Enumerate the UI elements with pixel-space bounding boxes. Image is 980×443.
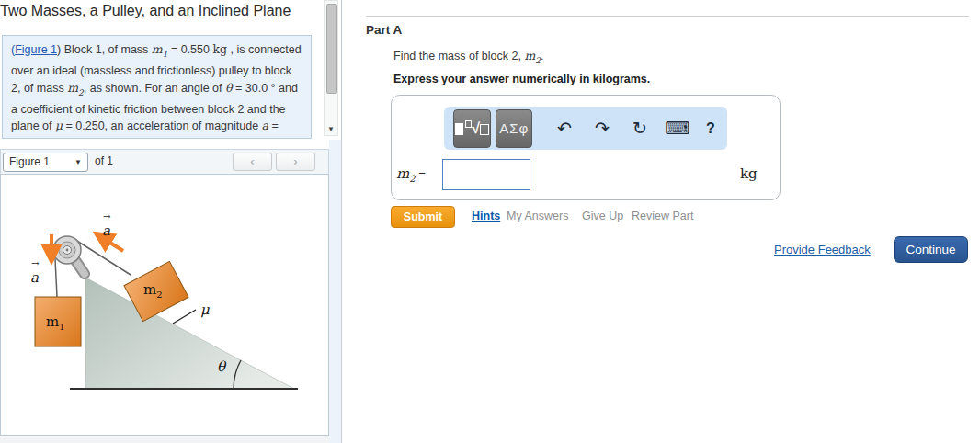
part-a-header: Part A <box>366 23 402 37</box>
math-templates-button[interactable]: √ <box>453 109 491 148</box>
pulley-icon <box>53 236 81 264</box>
part-a-instruction: Express your answer numerically in kilog… <box>393 73 650 85</box>
panel-gap <box>329 140 342 443</box>
submit-button[interactable]: Submit <box>391 206 455 228</box>
give-up-link[interactable]: Give Up <box>582 210 623 222</box>
figure-select[interactable]: Figure 1 ▼ <box>3 153 88 172</box>
label-m1: m1 <box>46 313 65 332</box>
incline-shape <box>85 278 294 389</box>
figure-count-label: of 1 <box>95 154 113 167</box>
continue-button[interactable]: Continue <box>894 236 968 263</box>
chevron-down-icon: ▼ <box>74 153 82 171</box>
page-title: Two Masses, a Pulley, and an Inclined Pl… <box>0 3 291 19</box>
part-a-top-rule <box>366 16 969 17</box>
hints-link[interactable]: Hints <box>472 210 500 222</box>
figure-1-link[interactable]: Figure 1 <box>15 43 57 56</box>
mu-pointer-line <box>173 310 196 324</box>
answer-variable-label: m2 = <box>396 165 426 184</box>
my-answers-link[interactable]: My Answers <box>507 210 568 222</box>
label-accel-top: → a <box>102 222 110 239</box>
label-accel-left: → a <box>30 269 39 286</box>
scrollbar-thumb[interactable] <box>326 4 337 94</box>
keyboard-icon[interactable]: ⌨ <box>664 110 691 147</box>
equation-toolbar: √ ΑΣφ ↶ ↷ ↻ ⌨ ? <box>444 107 727 150</box>
figure-prev-button[interactable]: ‹ <box>233 153 272 171</box>
label-m2: m2 <box>143 281 163 300</box>
undo-icon[interactable]: ↶ <box>553 110 576 147</box>
figure-next-button[interactable]: › <box>276 153 315 171</box>
answer-unit-label: kg <box>740 165 758 182</box>
greek-symbols-button[interactable]: ΑΣφ <box>496 109 532 148</box>
reset-icon[interactable]: ↻ <box>628 110 652 147</box>
redo-icon[interactable]: ↷ <box>590 110 614 147</box>
vector-arrow-icon: → <box>103 211 110 222</box>
answer-input[interactable] <box>442 159 530 190</box>
figure-diagram <box>0 179 317 436</box>
help-icon[interactable]: ? <box>703 110 718 147</box>
vector-arrow-icon: → <box>31 258 39 268</box>
provide-feedback-link[interactable]: Provide Feedback <box>774 243 871 256</box>
label-theta: θ <box>217 358 225 375</box>
scroll-down-icon[interactable]: ▼ <box>325 125 337 133</box>
figure-panel-footer <box>0 436 329 443</box>
intro-scrollbar[interactable]: ▼ <box>324 0 338 136</box>
figure-select-value: Figure 1 <box>9 155 50 168</box>
panel-divider <box>341 0 342 443</box>
math-template-icon: √ <box>455 122 489 135</box>
label-mu: μ <box>200 301 210 318</box>
part-a-question: Find the mass of block 2, m2. <box>393 49 544 65</box>
problem-intro: (Figure 1) Block 1, of mass m1 = 0.550 k… <box>2 35 312 139</box>
review-part-link[interactable]: Review Part <box>632 210 693 222</box>
